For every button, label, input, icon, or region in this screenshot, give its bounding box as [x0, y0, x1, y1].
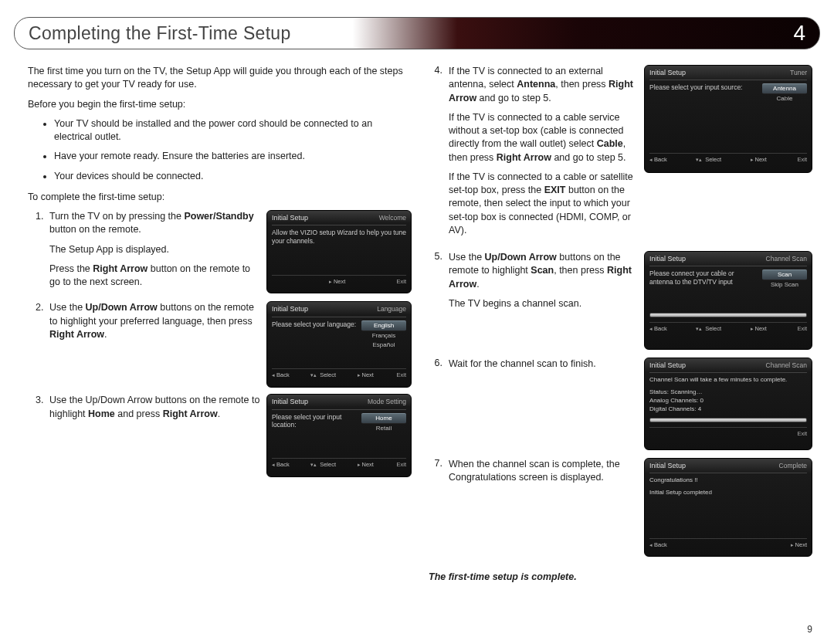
tv-screenshot-complete: Initial SetupComplete Congratulations !!…: [644, 458, 812, 557]
step-6: 6. Wait for the channel scan to finish. …: [429, 358, 812, 450]
tv-option: Español: [361, 341, 406, 350]
step-1: Turn the TV on by pressing the Power/Sta…: [46, 210, 412, 295]
before-item: Your TV should be installed and the powe…: [54, 117, 412, 144]
before-item: Your devices should be connected.: [54, 170, 412, 183]
tv-option: Retail: [361, 424, 406, 433]
step-5: 5. Use the Up/Down Arrow buttons on the …: [429, 251, 812, 350]
complete-heading: To complete the first-time setup:: [28, 191, 412, 204]
step-1-text: Turn the TV on by pressing the Power/Sta…: [49, 210, 260, 237]
tv-option-selected: English: [361, 320, 406, 331]
step-2-text: Use the Up/Down Arrow buttons on the rem…: [49, 301, 260, 341]
tv-screenshot-channel-scan-progress: Initial SetupChannel Scan Channel Scan w…: [644, 358, 812, 450]
intro-text: The first time you turn on the TV, the S…: [28, 65, 412, 92]
tv-screenshot-language: Initial SetupLanguage Please select your…: [266, 301, 412, 388]
page-number: 9: [807, 624, 812, 635]
right-column: 4. If the TV is connected to an external…: [429, 65, 812, 621]
tv-option-selected: Antenna: [762, 83, 807, 94]
chapter-number: 4: [793, 21, 805, 46]
step-1-text3: Press the Right Arrow button on the remo…: [49, 263, 260, 290]
step-7: 7. When the channel scan is complete, th…: [429, 458, 812, 557]
steps-left: Turn the TV on by pressing the Power/Sta…: [28, 210, 412, 477]
before-heading: Before you begin the first-time setup:: [28, 98, 412, 111]
left-column: The first time you turn on the TV, the S…: [28, 65, 412, 621]
tv-option-selected: Home: [361, 413, 406, 424]
setup-complete-note: The first-time setup is complete.: [429, 571, 812, 584]
exit-icon: Exit: [395, 278, 406, 286]
step-3: Use the Up/Down Arrow buttons on the rem…: [46, 394, 412, 477]
scan-progress-bar: [649, 418, 807, 422]
tv-screenshot-mode: Initial SetupMode Setting Please select …: [266, 394, 412, 477]
before-list: Your TV should be installed and the powe…: [28, 117, 412, 183]
chapter-header: Completing the First-Time Setup 4: [14, 17, 820, 49]
scan-progress-bar: [649, 313, 807, 317]
content-columns: The first time you turn on the TV, the S…: [28, 65, 812, 621]
tv-screenshot-tuner: Initial SetupTuner Please select your in…: [644, 65, 812, 173]
step-3-text: Use the Up/Down Arrow buttons on the rem…: [49, 394, 260, 421]
tv-option-selected: Scan: [762, 269, 807, 280]
tv-option: Cable: [762, 94, 807, 103]
tv-option: Skip Scan: [762, 280, 807, 290]
step-4: 4. If the TV is connected to an external…: [429, 65, 812, 243]
tv-option: Français: [361, 331, 406, 341]
step-1-text2: The Setup App is displayed.: [49, 243, 260, 256]
before-item: Have your remote ready. Ensure the batte…: [54, 150, 412, 163]
step-2: Use the Up/Down Arrow buttons on the rem…: [46, 301, 412, 388]
tv-screenshot-channel-scan-start: Initial SetupChannel Scan Please connect…: [644, 251, 812, 350]
tv-screenshot-welcome: Initial SetupWelcome Allow the VIZIO set…: [266, 210, 412, 293]
chapter-title: Completing the First-Time Setup: [29, 23, 291, 44]
